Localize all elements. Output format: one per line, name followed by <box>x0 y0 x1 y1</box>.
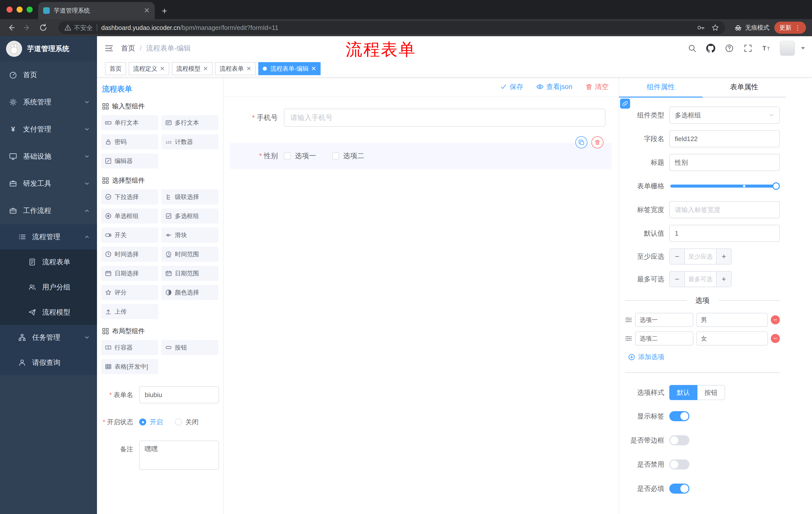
required-toggle[interactable] <box>669 484 689 494</box>
palette-item-checkbox-group[interactable]: 多选框组 <box>161 209 219 223</box>
tag-close-icon[interactable]: ✕ <box>311 65 316 72</box>
browser-menu-icon[interactable]: ⋮ <box>794 24 801 32</box>
sidebar-item-home[interactable]: 首页 <box>0 61 97 88</box>
delete-component-button[interactable] <box>591 136 604 148</box>
form-name-input[interactable] <box>139 386 219 403</box>
close-window-button[interactable] <box>6 6 12 12</box>
fullscreen-icon[interactable] <box>740 40 756 57</box>
palette-item-row-container[interactable]: 行容器 <box>101 340 158 355</box>
user-avatar[interactable] <box>780 41 795 56</box>
disabled-toggle[interactable] <box>669 459 689 469</box>
form-grid-slider[interactable] <box>670 185 776 188</box>
sidebar-item-system[interactable]: 系统管理 <box>0 88 97 116</box>
tab-component-properties[interactable]: 组件属性 <box>619 77 702 97</box>
decrease-button[interactable]: − <box>670 249 685 264</box>
search-icon[interactable] <box>684 40 700 57</box>
drag-handle-icon[interactable] <box>625 335 632 342</box>
slider-handle[interactable] <box>772 182 780 190</box>
field-name-input[interactable] <box>669 130 780 147</box>
palette-item-switch[interactable]: 开关 <box>101 227 158 243</box>
reload-icon[interactable] <box>38 23 48 33</box>
sidebar-item-workflow[interactable]: 工作流程 <box>0 197 97 224</box>
palette-item-radio-group[interactable]: 单选框组 <box>101 209 158 223</box>
status-radio-off[interactable]: 关闭 <box>175 413 199 431</box>
form-remark-textarea[interactable]: 嘿嘿 <box>139 440 219 470</box>
tag-close-icon[interactable]: ✕ <box>160 65 165 72</box>
sidebar-item-payment[interactable]: ¥ 支付管理 <box>0 116 97 143</box>
view-json-button[interactable]: 查看json <box>536 82 572 91</box>
palette-item-slider[interactable]: 滑块 <box>161 227 219 243</box>
palette-item-counter[interactable]: 123计数器 <box>161 134 219 150</box>
new-tab-button[interactable]: + <box>162 6 167 16</box>
min-select-input[interactable] <box>685 249 717 264</box>
clear-button[interactable]: 清空 <box>585 82 609 91</box>
palette-item-rate[interactable]: 评分 <box>101 285 158 300</box>
palette-item-date-range[interactable]: 日期范围 <box>161 266 219 281</box>
github-icon[interactable] <box>702 40 719 57</box>
decrease-button[interactable]: − <box>670 272 685 287</box>
tab-close-icon[interactable]: ✕ <box>144 7 150 14</box>
browser-tab[interactable]: 芋道管理系统 ✕ <box>38 2 155 19</box>
tag-process-form[interactable]: 流程表单✕ <box>215 62 256 75</box>
palette-item-upload[interactable]: 上传 <box>101 304 158 319</box>
font-size-icon[interactable]: TT <box>758 40 775 57</box>
breadcrumb-home[interactable]: 首页 <box>121 44 135 53</box>
sidebar-item-user-group[interactable]: 用户分组 <box>0 275 97 300</box>
palette-item-date-picker[interactable]: 日期选择 <box>101 266 158 281</box>
tag-close-icon[interactable]: ✕ <box>246 65 251 72</box>
component-type-select[interactable]: 多选框组 <box>669 107 780 124</box>
zoom-window-button[interactable] <box>27 6 33 12</box>
palette-item-select[interactable]: 下拉选择 <box>101 189 158 205</box>
remove-option-button[interactable]: − <box>771 334 780 343</box>
palette-item-table[interactable]: 表格[开发中] <box>101 359 158 374</box>
security-label[interactable]: 不安全 <box>74 24 93 32</box>
bookmark-star-icon[interactable] <box>712 24 719 31</box>
add-option-button[interactable]: 添加选项 <box>628 353 780 361</box>
option-value-input[interactable] <box>696 313 768 327</box>
back-icon[interactable] <box>6 23 16 33</box>
sidebar-item-leave-query[interactable]: 请假查询 <box>0 350 97 375</box>
style-default-button[interactable]: 默认 <box>669 385 697 400</box>
sidebar-item-task-management[interactable]: 任务管理 <box>0 325 97 350</box>
palette-item-single-line-text[interactable]: 单行文本 <box>101 115 158 130</box>
url-domain[interactable]: dashboard.yudao.iocoder.cn <box>101 24 180 31</box>
copy-component-button[interactable] <box>575 136 587 148</box>
option-name-input[interactable] <box>635 313 693 327</box>
palette-item-password[interactable]: 密码 <box>101 134 158 150</box>
help-icon[interactable] <box>721 40 737 57</box>
checkbox-icon[interactable] <box>284 153 291 159</box>
anchor-link-icon[interactable] <box>620 99 630 109</box>
sidebar-item-devtools[interactable]: 研发工具 <box>0 170 97 197</box>
option-name-input[interactable] <box>635 331 693 346</box>
increase-button[interactable]: + <box>717 272 731 287</box>
label-width-input[interactable] <box>669 201 780 218</box>
palette-item-cascader[interactable]: 级联选择 <box>161 189 219 205</box>
minimize-window-button[interactable] <box>17 6 23 12</box>
canvas-field-phone[interactable]: 手机号 <box>230 109 611 127</box>
palette-item-time-picker[interactable]: 时间选择 <box>101 247 158 262</box>
palette-item-multi-line-text[interactable]: 多行文本 <box>161 115 219 130</box>
increase-button[interactable]: + <box>717 249 731 264</box>
drag-handle-icon[interactable] <box>625 316 632 323</box>
tag-process-form-edit[interactable]: 流程表单-编辑✕ <box>258 62 321 75</box>
save-button[interactable]: 保存 <box>500 82 523 91</box>
address-bar[interactable]: 不安全 dashboard.yudao.iocoder.cn/bpm/manag… <box>58 21 725 34</box>
password-key-icon[interactable] <box>697 24 704 31</box>
tab-form-properties[interactable]: 表单属性 <box>702 77 786 97</box>
sidebar-toggle-icon[interactable] <box>97 44 121 53</box>
sidebar-item-infrastructure[interactable]: 基础设施 <box>0 143 97 170</box>
style-button-button[interactable]: 按钮 <box>697 385 725 400</box>
status-radio-on[interactable]: 开启 <box>139 413 163 431</box>
max-select-input[interactable] <box>685 272 717 287</box>
tag-close-icon[interactable]: ✕ <box>203 65 208 72</box>
security-warning-icon[interactable] <box>64 24 71 31</box>
palette-item-time-range[interactable]: 时间范围 <box>161 247 219 262</box>
default-value-input[interactable] <box>669 225 780 242</box>
checkbox-icon[interactable] <box>332 153 339 159</box>
tag-process-model[interactable]: 流程模型✕ <box>172 62 212 75</box>
gender-option-2[interactable]: 选项二 <box>332 151 364 161</box>
remove-option-button[interactable]: − <box>771 315 780 324</box>
palette-item-color-picker[interactable]: 颜色选择 <box>161 285 219 300</box>
sidebar-item-process-model[interactable]: 流程模型 <box>0 300 97 325</box>
sidebar-item-process-management[interactable]: 流程管理 <box>0 224 97 249</box>
